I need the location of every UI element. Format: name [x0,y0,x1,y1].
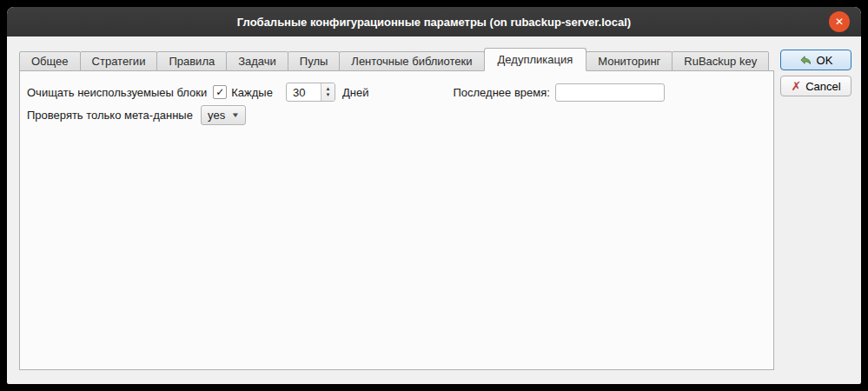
tab-monitoring[interactable]: Мониторинг [586,51,673,71]
tab-deduplication[interactable]: Дедупликация [484,48,587,71]
tab-general[interactable]: Общее [19,51,81,71]
interval-spinner[interactable]: 30 ▲ ▼ [286,83,335,102]
checkmark-icon: ✓ [215,87,224,97]
metadata-row: Проверять только мета-данные yes ▼ [27,103,773,126]
days-label: Дней [342,86,368,99]
cleanup-checkbox[interactable]: ✓ [213,85,227,99]
window-title: Глобальные конфигурационные параметры (o… [237,16,631,29]
metadata-dropdown-value: yes [208,109,225,122]
close-button[interactable]: ✕ [829,11,850,32]
tab-bar: Общее Стратегии Правила Задачи Пулы Лент… [19,48,769,71]
cleanup-blocks-label: Очищать неиспользуемыеы блоки [27,86,207,99]
tab-pools[interactable]: Пулы [288,51,341,71]
ok-arrow-icon [799,54,812,67]
cleanup-row: Очищать неиспользуемыеы блоки ✓ Каждые 3… [27,81,773,103]
tab-tasks[interactable]: Задачи [226,51,288,71]
metadata-only-label: Проверять только мета-данные [27,109,193,122]
close-icon: ✕ [835,16,844,28]
chevron-down-icon: ▼ [231,111,240,119]
tab-rubackup-key[interactable]: RuBackup key [672,51,769,71]
every-label: Каждые [231,86,273,99]
cancel-button[interactable]: ✗ Cancel [780,76,851,96]
tab-rules[interactable]: Правила [156,51,227,71]
ok-button-label: OK [817,54,833,67]
metadata-dropdown[interactable]: yes ▼ [201,105,246,125]
spin-down-icon[interactable]: ▼ [325,92,330,98]
title-bar: Глобальные конфигурационные параметры (o… [7,7,861,36]
spinner-buttons[interactable]: ▲ ▼ [321,83,335,101]
tab-strategies[interactable]: Стратегии [80,51,158,71]
spin-up-icon[interactable]: ▲ [325,86,330,92]
last-time-label: Последнее время: [453,86,549,99]
cancel-button-label: Cancel [805,80,840,93]
deduplication-panel: Очищать неиспользуемыеы блоки ✓ Каждые 3… [19,70,774,370]
interval-value: 30 [287,83,321,101]
dialog-window: Глобальные конфигурационные параметры (o… [7,7,861,384]
tab-tape-libraries[interactable]: Ленточные библиотеки [339,51,484,71]
ok-button[interactable]: OK [780,50,851,70]
cancel-x-icon: ✗ [791,80,801,92]
last-time-input[interactable] [555,83,665,102]
